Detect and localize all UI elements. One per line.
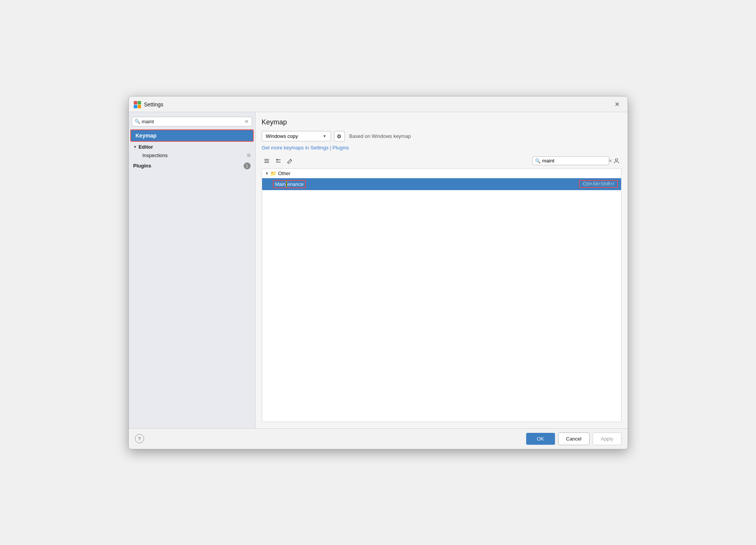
toolbar-right: 🔍 ✕ (532, 156, 621, 166)
tree-container[interactable]: ▼ 📁 Other Maintenance Ctrl+Alt+Shift+/ (262, 168, 621, 422)
dropdown-arrow-icon: ▼ (323, 134, 327, 138)
expand-all-icon (264, 158, 270, 164)
panel-title: Keymap (262, 118, 621, 126)
svg-rect-2 (134, 105, 137, 108)
bottom-bar: ? OK Cancel Apply (129, 428, 628, 449)
app-icon (133, 101, 141, 108)
sidebar-search-clear-button[interactable]: ✕ (244, 119, 249, 124)
sidebar-plugins-label: Plugins (133, 163, 151, 169)
help-button[interactable]: ? (135, 434, 144, 443)
title-bar: Settings ✕ (129, 96, 628, 112)
maintenance-shortcut-box: Ctrl+Alt+Shift+/ (579, 180, 618, 188)
svg-point-11 (615, 159, 618, 161)
sidebar-section-editor[interactable]: ▼ Editor (129, 142, 255, 151)
keymap-controls: Windows copy ▼ ⚙ Based on Windows keymap (262, 131, 621, 142)
sidebar-search-icon: 🔍 (135, 119, 140, 124)
person-button[interactable] (611, 156, 621, 166)
dialog-title: Settings (144, 101, 164, 108)
right-panel: Keymap Windows copy ▼ ⚙ Based on Windows… (256, 112, 628, 428)
tree-group-other[interactable]: ▼ 📁 Other (262, 169, 621, 178)
collapse-all-icon (275, 158, 281, 164)
sidebar-item-keymap[interactable]: Keymap (130, 129, 254, 142)
toolbar-left (262, 156, 295, 166)
maintenance-label-prefix: Main (275, 181, 286, 187)
tree-toolbar: 🔍 ✕ (262, 155, 621, 167)
group-label-other: Other (278, 171, 291, 176)
tree-item-maintenance[interactable]: Maintenance Ctrl+Alt+Shift+/ (262, 178, 621, 190)
sidebar-search-input[interactable] (142, 119, 242, 124)
folder-icon: 📁 (270, 171, 276, 176)
footer-actions: OK Cancel Apply (523, 432, 621, 445)
keymap-dropdown[interactable]: Windows copy ▼ (262, 131, 331, 141)
expand-all-button[interactable] (262, 156, 272, 166)
svg-rect-3 (138, 105, 141, 108)
plugins-badge: 1 (244, 162, 251, 169)
group-expand-icon: ▼ (265, 171, 269, 176)
svg-rect-0 (134, 101, 137, 104)
close-button[interactable]: ✕ (613, 100, 621, 109)
sidebar-editor-label: Editor (138, 144, 153, 150)
person-icon (613, 158, 620, 164)
sidebar-search-box: 🔍 ✕ (132, 117, 252, 126)
copy-icon: ⧉ (247, 152, 251, 158)
get-more-keymaps-link[interactable]: Get more keymaps in Settings | Plugins (262, 145, 621, 151)
maintenance-label-suffix: enance (287, 181, 304, 187)
keymap-gear-button[interactable]: ⚙ (334, 131, 345, 142)
settings-dialog: Settings ✕ 🔍 ✕ Keymap ▼ Editor Inspectio… (128, 96, 628, 449)
tree-search-input[interactable] (542, 158, 607, 164)
expand-editor-icon: ▼ (133, 145, 137, 149)
keymap-dropdown-text: Windows copy (266, 133, 321, 139)
sidebar-item-inspections[interactable]: Inspections ⧉ (129, 151, 255, 160)
sidebar-section-plugins[interactable]: Plugins 1 (129, 160, 255, 170)
cancel-button[interactable]: Cancel (558, 432, 590, 445)
edit-button[interactable] (285, 156, 295, 166)
tree-search-box: 🔍 ✕ (532, 156, 609, 165)
sidebar-inspections-label: Inspections (143, 152, 168, 158)
based-on-text: Based on Windows keymap (349, 133, 411, 139)
sidebar: 🔍 ✕ Keymap ▼ Editor Inspections ⧉ Plugin… (129, 112, 256, 428)
apply-button[interactable]: Apply (593, 432, 621, 445)
maintenance-label-box: Maintenance (273, 180, 306, 188)
collapse-all-button[interactable] (273, 156, 283, 166)
svg-rect-1 (138, 101, 141, 104)
title-bar-left: Settings (133, 101, 164, 108)
sidebar-item-keymap-label: Keymap (136, 133, 156, 139)
main-content: 🔍 ✕ Keymap ▼ Editor Inspections ⧉ Plugin… (129, 112, 628, 428)
tree-search-icon: 🔍 (535, 158, 541, 164)
edit-icon (287, 158, 293, 164)
ok-button[interactable]: OK (526, 433, 555, 445)
